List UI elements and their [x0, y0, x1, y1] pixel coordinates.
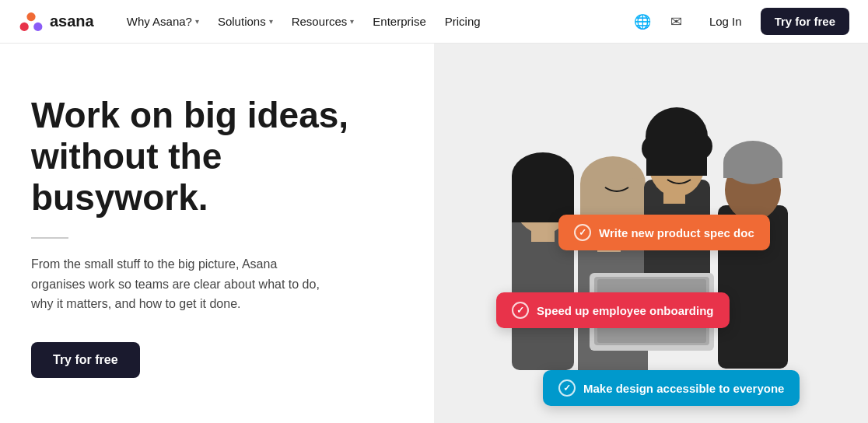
mail-icon: ✉ [670, 13, 682, 30]
svg-point-0 [26, 12, 35, 21]
hero-divider [31, 237, 68, 239]
svg-rect-22 [663, 190, 685, 204]
nav-pricing[interactable]: Pricing [437, 10, 488, 33]
hero-title: Work on big ideas, without the busywork. [31, 95, 390, 218]
svg-point-1 [20, 22, 29, 30]
logo[interactable]: asana [19, 9, 94, 34]
svg-point-2 [33, 22, 42, 30]
nav-right: 🌐 ✉ Log In Try for free [628, 8, 849, 36]
nav-enterprise[interactable]: Enterprise [365, 10, 433, 33]
task-label-2: Speed up employee onboarding [537, 304, 714, 317]
login-button[interactable]: Log In [697, 9, 754, 34]
logo-text: asana [50, 12, 94, 30]
svg-rect-8 [531, 226, 555, 242]
nav-why-asana[interactable]: Why Asana? ▾ [119, 10, 207, 33]
chevron-down-icon: ▾ [350, 17, 354, 26]
right-panel: ✓ Write new product spec doc ✓ Speed up … [434, 44, 868, 423]
svg-rect-26 [723, 163, 782, 178]
task-label-3: Make design accessible to everyone [583, 382, 784, 395]
nav-solutions[interactable]: Solutions ▾ [210, 10, 281, 33]
check-icon-3: ✓ [558, 379, 576, 397]
navbar: asana Why Asana? ▾ Solutions ▾ Resources… [0, 0, 868, 44]
globe-icon: 🌐 [634, 13, 651, 30]
try-free-button-nav[interactable]: Try for free [761, 8, 849, 35]
chevron-down-icon: ▾ [269, 17, 273, 26]
task-badge-3: ✓ Make design accessible to everyone [543, 370, 800, 406]
check-icon-1: ✓ [574, 224, 591, 241]
task-badge-1: ✓ Write new product spec doc [558, 215, 770, 250]
left-panel: Work on big ideas, without the busywork.… [0, 44, 434, 423]
try-free-button-hero[interactable]: Try for free [31, 342, 140, 378]
check-icon-2: ✓ [512, 302, 529, 319]
globe-button[interactable]: 🌐 [628, 8, 656, 36]
hero-description: From the small stuff to the big picture,… [31, 254, 327, 314]
nav-links: Why Asana? ▾ Solutions ▾ Resources ▾ Ent… [119, 10, 628, 33]
task-badge-2: ✓ Speed up employee onboarding [496, 292, 730, 328]
mail-button[interactable]: ✉ [663, 8, 691, 36]
main-content: Work on big ideas, without the busywork.… [0, 44, 868, 423]
task-label-1: Write new product spec doc [599, 226, 754, 239]
chevron-down-icon: ▾ [195, 17, 199, 26]
svg-rect-21 [646, 137, 707, 176]
nav-resources[interactable]: Resources ▾ [284, 10, 362, 33]
